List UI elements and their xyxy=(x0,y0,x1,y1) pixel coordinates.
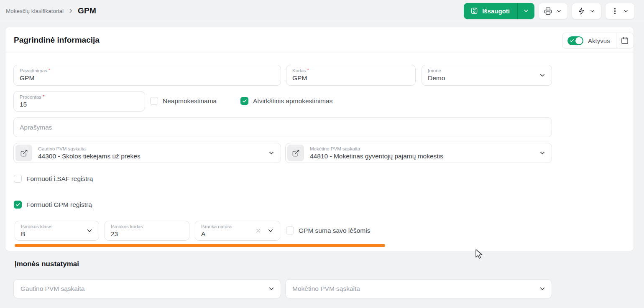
save-button-main[interactable]: Išsaugoti xyxy=(464,7,517,15)
checkbox-label: Neapmokestinama xyxy=(163,97,217,105)
formuoti-isaf-checkbox[interactable]: Formuoti i.SAF registrą xyxy=(14,175,93,183)
chevron-down-icon xyxy=(623,8,629,14)
checkbox-label: GPM suma savo lėšomis xyxy=(299,227,370,234)
save-dropdown-button[interactable] xyxy=(518,3,534,19)
combo-text: Gautino PVM sąskaita 44300 - Skolos tiek… xyxy=(38,146,141,160)
ismokos-klase-select[interactable]: Išmokos klasė B xyxy=(15,221,99,241)
checkbox-label: Formuoti i.SAF registrą xyxy=(26,175,93,183)
open-link-button[interactable] xyxy=(15,145,32,161)
breadcrumb: Mokesčių klasifikatoriai GPM xyxy=(6,6,96,15)
field-value: 23 xyxy=(111,230,183,238)
kodas-field[interactable]: Kodas* GPM xyxy=(286,65,416,86)
field-label: Išmokos klasė xyxy=(21,224,93,229)
ismokos-kodas-field[interactable]: Išmokos kodas 23 xyxy=(105,221,189,241)
toggle-knob xyxy=(575,37,583,44)
field-label: Išmoka natūra xyxy=(201,224,274,229)
external-link-icon xyxy=(292,149,300,157)
check-icon xyxy=(15,202,20,207)
chevron-down-icon xyxy=(539,285,546,293)
page-title: GPM xyxy=(78,6,96,15)
neapmokestinama-checkbox[interactable]: Neapmokestinama xyxy=(150,97,217,105)
field-value: 44810 - Mokėtinas gyventojų pajamų mokes… xyxy=(310,153,443,160)
ismoka-natura-select[interactable]: Išmoka natūra A xyxy=(195,221,280,241)
checkbox-label: Atvirkštinis apmokestinimas xyxy=(253,97,332,105)
formuoti-gpm-checkbox[interactable]: Formuoti GPM registrą xyxy=(14,201,92,209)
kebab-menu-icon xyxy=(611,7,619,15)
field-value: Demo xyxy=(428,74,546,82)
clear-x-icon[interactable] xyxy=(255,228,261,234)
main-info-card xyxy=(5,27,634,251)
field-label: Gautino PVM sąskaita xyxy=(38,146,141,151)
chevron-down-icon xyxy=(267,227,274,234)
field-label: Procentas* xyxy=(20,94,139,99)
field-value: 15 xyxy=(20,101,139,108)
chevron-down-icon xyxy=(86,227,93,234)
chevron-down-icon xyxy=(556,8,562,14)
active-control-group: Aktyvus xyxy=(562,33,634,48)
active-toggle[interactable] xyxy=(567,36,583,45)
checkbox-box[interactable] xyxy=(14,175,22,183)
select-placeholder: Mokėtino PVM sąskaita xyxy=(292,285,360,293)
save-button-label: Išsaugoti xyxy=(482,8,510,15)
imone-select[interactable]: Įmonė Demo xyxy=(422,65,552,86)
checkbox-box[interactable] xyxy=(150,97,158,105)
divider xyxy=(5,53,634,53)
atvirkstinis-checkbox[interactable]: Atvirkštinis apmokestinimas xyxy=(240,97,332,105)
chevron-down-icon xyxy=(268,149,275,157)
calendar-button[interactable] xyxy=(616,33,634,48)
check-icon xyxy=(570,38,574,43)
check-icon xyxy=(242,99,247,104)
field-label: Išmokos kodas xyxy=(111,224,183,229)
calendar-icon xyxy=(621,36,629,45)
floppy-save-icon xyxy=(470,7,478,15)
page: Mokesčių klasifikatoriai GPM Išsaugoti xyxy=(0,0,644,308)
save-button[interactable]: Išsaugoti xyxy=(464,3,534,19)
printer-icon xyxy=(544,7,552,15)
chevron-down-icon xyxy=(268,285,275,293)
print-button[interactable] xyxy=(538,3,568,19)
field-label: Mokėtino PVM sąskaita xyxy=(310,146,443,151)
chevron-down-icon xyxy=(523,8,529,14)
aprasymas-field[interactable]: Aprašymas xyxy=(13,117,552,137)
more-actions-button[interactable] xyxy=(605,3,635,19)
open-link-button[interactable] xyxy=(287,145,304,161)
pavadinimas-field[interactable]: Pavadinimas* GPM xyxy=(13,65,281,86)
company-moketino-pvm-select[interactable]: Mokėtino PVM sąskaita xyxy=(285,279,552,298)
checkbox-box[interactable] xyxy=(14,201,22,209)
field-label: Pavadinimas* xyxy=(20,68,275,73)
chevron-down-icon xyxy=(539,149,546,157)
progress-highlight-bar xyxy=(15,244,385,247)
field-placeholder: Aprašymas xyxy=(20,124,52,131)
company-gautino-pvm-select[interactable]: Gautino PVM sąskaita xyxy=(13,279,281,298)
select-placeholder: Gautino PVM sąskaita xyxy=(20,285,84,293)
external-link-icon xyxy=(20,149,28,157)
gpm-suma-checkbox[interactable]: GPM suma savo lėšomis xyxy=(286,227,370,234)
combo-text: Mokėtino PVM sąskaita 44810 - Mokėtinas … xyxy=(310,146,443,160)
automation-button[interactable] xyxy=(572,3,601,19)
field-value: GPM xyxy=(292,74,409,82)
required-asterisk: * xyxy=(307,68,309,73)
breadcrumb-parent-link[interactable]: Mokesčių klasifikatoriai xyxy=(6,8,64,14)
lightning-icon xyxy=(578,7,585,15)
field-value: 44300 - Skolos tiekėjams už prekes xyxy=(38,153,141,160)
checkbox-box[interactable] xyxy=(286,227,294,234)
required-asterisk: * xyxy=(49,68,50,73)
section-title-company: Įmonės nustatymai xyxy=(15,260,79,268)
mouse-cursor xyxy=(475,249,483,259)
checkbox-box[interactable] xyxy=(240,97,248,105)
moketino-pvm-select[interactable]: Mokėtino PVM sąskaita 44810 - Mokėtinas … xyxy=(285,143,552,163)
chevron-down-icon xyxy=(539,71,546,79)
field-value: GPM xyxy=(20,74,275,82)
field-label: Įmonė xyxy=(428,68,546,73)
procentas-field[interactable]: Procentas* 15 xyxy=(13,91,145,112)
required-asterisk: * xyxy=(43,94,44,99)
section-title-main: Pagrindinė informacija xyxy=(14,36,100,45)
gautino-pvm-select[interactable]: Gautino PVM sąskaita 44300 - Skolos tiek… xyxy=(13,143,281,163)
field-value: B xyxy=(21,230,93,238)
field-value: A xyxy=(201,230,274,238)
chevron-down-icon xyxy=(589,8,595,14)
top-bar: Mokesčių klasifikatoriai GPM Išsaugoti xyxy=(0,0,644,22)
active-toggle-label: Aktyvus xyxy=(588,37,610,44)
top-action-buttons: Išsaugoti xyxy=(464,3,635,19)
breadcrumb-chevron-icon xyxy=(68,8,74,14)
